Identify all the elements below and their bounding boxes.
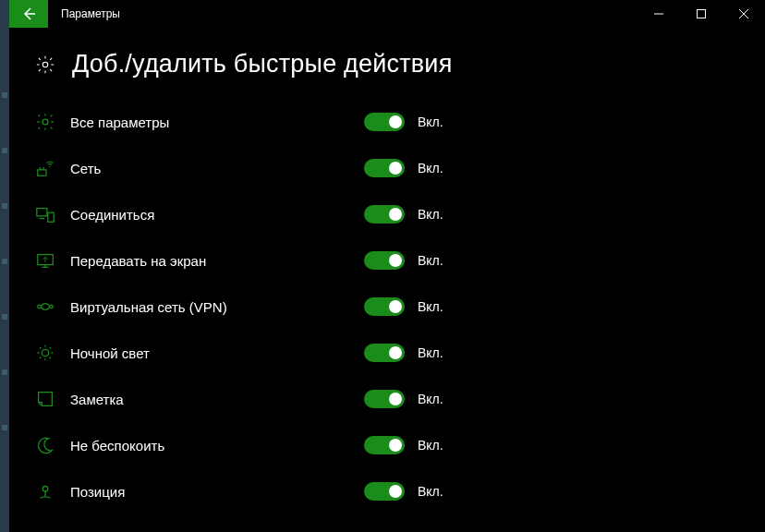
window-title: Параметры xyxy=(48,0,638,28)
minimize-button[interactable] xyxy=(638,0,680,28)
toggle-switch[interactable] xyxy=(364,482,405,501)
toggle-state: Вкл. xyxy=(418,438,443,453)
toggle-state: Вкл. xyxy=(418,345,443,360)
maximize-button[interactable] xyxy=(680,0,722,28)
back-button[interactable] xyxy=(9,0,48,28)
list-item: Соединиться Вкл. xyxy=(31,191,765,237)
network-icon xyxy=(31,157,59,179)
list-item: Не беспокоить Вкл. xyxy=(31,422,765,468)
toggle-switch[interactable] xyxy=(364,159,405,177)
vpn-icon xyxy=(31,296,59,318)
toggle-switch[interactable] xyxy=(364,205,405,224)
minimize-icon xyxy=(654,9,663,18)
item-label: Не беспокоить xyxy=(59,438,364,453)
toggle-switch[interactable] xyxy=(364,436,405,454)
toggle-state: Вкл. xyxy=(418,392,443,406)
settings-window: Параметры Доб./удалить быстрые действия … xyxy=(9,0,765,532)
svg-point-9 xyxy=(50,305,54,308)
note-icon xyxy=(31,388,59,410)
svg-rect-0 xyxy=(698,10,706,18)
desktop-edge xyxy=(0,0,9,532)
svg-point-8 xyxy=(38,305,42,308)
list-item: Ночной свет Вкл. xyxy=(31,330,765,376)
item-label: Все параметры xyxy=(59,115,364,130)
toggle-switch[interactable] xyxy=(364,344,405,362)
toggle-switch[interactable] xyxy=(364,251,405,270)
nightlight-icon xyxy=(31,342,59,364)
toggle-switch[interactable] xyxy=(364,297,405,316)
window-controls xyxy=(638,0,765,28)
svg-rect-3 xyxy=(38,170,46,175)
maximize-icon xyxy=(697,9,706,18)
item-label: Позиция xyxy=(59,484,364,500)
close-button[interactable] xyxy=(722,0,765,28)
toggle-state: Вкл. xyxy=(418,207,443,222)
item-label: Ночной свет xyxy=(59,345,364,361)
list-item: Все параметры Вкл. xyxy=(31,99,765,145)
gear-icon xyxy=(35,54,55,75)
list-item: Передавать на экран Вкл. xyxy=(31,237,765,284)
toggle-state: Вкл. xyxy=(418,484,443,499)
quick-actions-list: Все параметры Вкл. Сеть Вкл. Соединиться… xyxy=(9,95,765,514)
page-header: Доб./удалить быстрые действия xyxy=(9,28,765,95)
toggle-state: Вкл. xyxy=(418,299,443,314)
toggle-switch[interactable] xyxy=(364,113,405,131)
svg-point-10 xyxy=(42,349,48,356)
location-icon xyxy=(31,480,59,502)
connect-icon xyxy=(31,203,59,225)
toggle-state: Вкл. xyxy=(418,115,443,129)
toggle-state: Вкл. xyxy=(418,253,443,268)
gear-icon xyxy=(31,111,59,133)
toggle-state: Вкл. xyxy=(418,161,443,175)
list-item: Позиция Вкл. xyxy=(31,468,765,514)
item-label: Передавать на экран xyxy=(59,253,364,269)
svg-point-11 xyxy=(42,487,48,492)
titlebar: Параметры xyxy=(9,0,765,28)
item-label: Виртуальная сеть (VPN) xyxy=(59,299,364,315)
svg-rect-5 xyxy=(37,209,47,216)
toggle-switch[interactable] xyxy=(364,390,405,408)
close-icon xyxy=(739,9,748,18)
project-icon xyxy=(31,249,59,272)
svg-rect-6 xyxy=(48,212,54,222)
list-item: Заметка Вкл. xyxy=(31,376,765,422)
page-title: Доб./удалить быстрые действия xyxy=(72,50,452,79)
list-item: Виртуальная сеть (VPN) Вкл. xyxy=(31,284,765,330)
item-label: Соединиться xyxy=(59,207,364,223)
back-arrow-icon xyxy=(21,6,36,21)
item-label: Заметка xyxy=(59,392,364,407)
svg-point-2 xyxy=(42,119,48,125)
list-item: Сеть Вкл. xyxy=(31,145,765,191)
moon-icon xyxy=(31,434,59,456)
svg-point-4 xyxy=(49,165,50,166)
svg-point-1 xyxy=(42,62,48,67)
item-label: Сеть xyxy=(59,161,364,176)
